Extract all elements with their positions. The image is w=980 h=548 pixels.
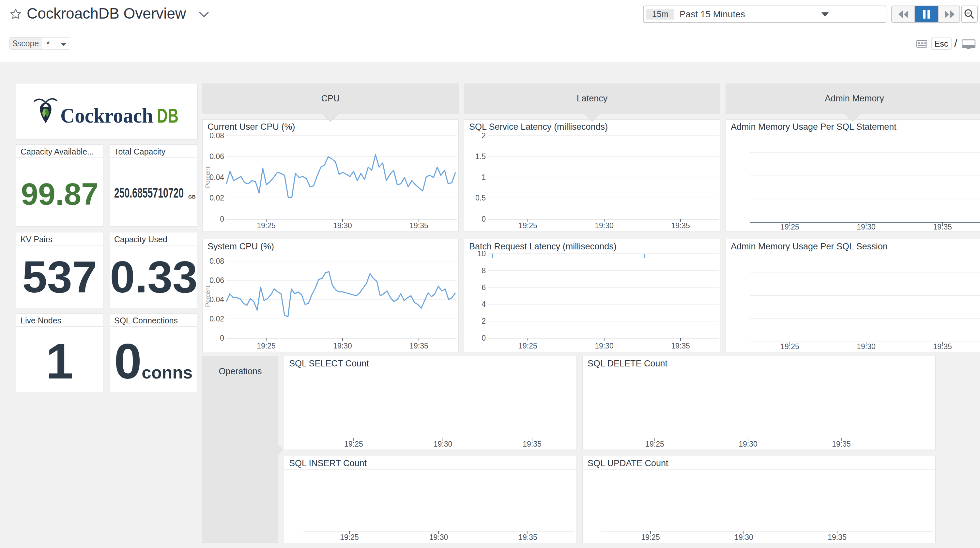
svg-text:19:30: 19:30 — [333, 221, 352, 230]
svg-text:Percent: Percent — [204, 167, 211, 188]
svg-text:1: 1 — [482, 173, 486, 181]
svg-text:8: 8 — [482, 266, 486, 275]
svg-text:4: 4 — [482, 300, 486, 308]
svg-text:Cockroach: Cockroach — [60, 104, 153, 127]
svg-text:19:35: 19:35 — [671, 221, 690, 230]
svg-text:0.06: 0.06 — [210, 276, 224, 284]
svg-text:19:35: 19:35 — [828, 533, 846, 542]
svg-text:2: 2 — [482, 317, 486, 326]
svg-text:0: 0 — [220, 215, 224, 223]
svg-text:19:30: 19:30 — [430, 533, 448, 542]
svg-text:19:25: 19:25 — [344, 440, 363, 448]
svg-text:19:25: 19:25 — [340, 533, 359, 542]
svg-text:19:30: 19:30 — [595, 221, 614, 230]
svg-text:19:35: 19:35 — [519, 533, 537, 542]
svg-text:0.02: 0.02 — [210, 194, 224, 202]
svg-text:19:30: 19:30 — [734, 533, 753, 542]
svg-text:19:30: 19:30 — [595, 342, 614, 350]
svg-text:19:30: 19:30 — [333, 342, 352, 350]
svg-text:Percent: Percent — [204, 286, 211, 307]
svg-text:19:25: 19:25 — [257, 342, 276, 350]
svg-text:19:35: 19:35 — [933, 342, 952, 351]
svg-text:0.08: 0.08 — [210, 257, 224, 265]
svg-text:10: 10 — [477, 249, 486, 258]
svg-text:19:25: 19:25 — [519, 221, 537, 230]
svg-text:0.5: 0.5 — [475, 194, 486, 202]
svg-text:0: 0 — [220, 334, 224, 342]
svg-text:2: 2 — [482, 131, 486, 140]
svg-text:0.06: 0.06 — [210, 152, 224, 161]
svg-text:0.02: 0.02 — [210, 315, 224, 323]
svg-text:1.5: 1.5 — [475, 152, 486, 161]
svg-text:19:25: 19:25 — [641, 533, 660, 542]
svg-text:0: 0 — [482, 334, 486, 342]
svg-text:0.08: 0.08 — [210, 131, 224, 140]
svg-text:19:25: 19:25 — [780, 342, 799, 351]
svg-text:6: 6 — [482, 283, 486, 292]
svg-text:19:30: 19:30 — [857, 222, 876, 231]
svg-text:19:30: 19:30 — [434, 440, 452, 448]
svg-text:19:35: 19:35 — [671, 342, 690, 350]
svg-text:0.04: 0.04 — [210, 173, 224, 181]
svg-text:DB: DB — [157, 104, 178, 127]
svg-text:19:25: 19:25 — [257, 221, 276, 230]
svg-text:19:25: 19:25 — [780, 222, 799, 231]
svg-text:19:25: 19:25 — [645, 440, 664, 448]
svg-text:19:35: 19:35 — [933, 222, 952, 231]
svg-text:19:35: 19:35 — [409, 221, 428, 230]
svg-text:19:35: 19:35 — [523, 440, 541, 448]
svg-text:19:35: 19:35 — [832, 440, 851, 448]
svg-text:19:35: 19:35 — [409, 342, 428, 350]
svg-text:0.04: 0.04 — [210, 295, 224, 304]
svg-text:19:30: 19:30 — [857, 342, 876, 351]
svg-text:19:25: 19:25 — [519, 342, 537, 350]
svg-text:19:30: 19:30 — [738, 440, 757, 448]
svg-text:0: 0 — [482, 215, 486, 223]
